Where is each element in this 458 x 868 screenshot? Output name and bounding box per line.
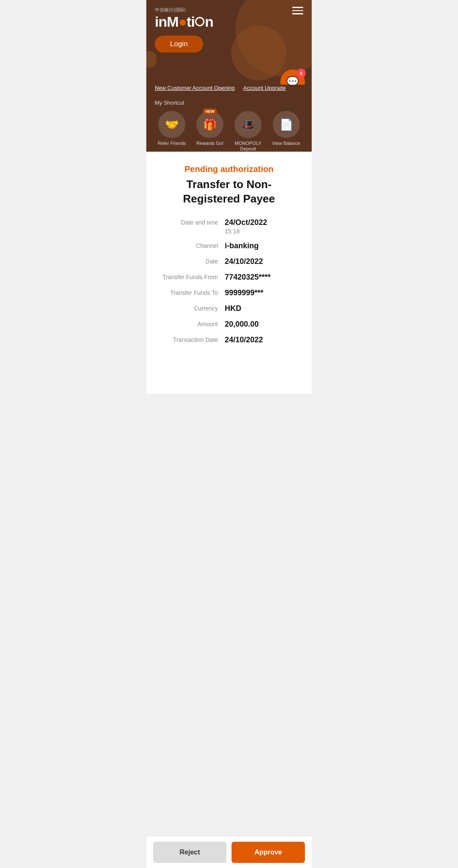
rewards-go-new-badge: NEW — [203, 108, 217, 114]
detail-label: Transfer Funds To — [159, 288, 225, 296]
detail-label: Amount — [159, 320, 225, 327]
detail-sub-value: 15:18 — [225, 228, 299, 235]
rewards-go-icon-circle: NEW 🎁 — [196, 111, 223, 138]
monopoly-icon-circle: 🎩 — [235, 111, 262, 138]
transfer-title: Transfer to Non-Registered Payee — [159, 177, 299, 206]
view-balance-label: View Balance — [272, 141, 300, 146]
chat-badge: 0 — [296, 69, 306, 78]
detail-value: i-banking — [225, 241, 299, 250]
brand-title: inM●tin — [155, 14, 303, 30]
detail-row: Date24/10/2022 — [159, 257, 299, 266]
detail-row: Transaction Date24/10/2022 — [159, 336, 299, 344]
detail-rows: Date and time24/Oct/202215:18Channeli-ba… — [159, 218, 299, 344]
shortcut-refer-friends[interactable]: 🤝 Refer Friends — [155, 111, 189, 152]
pending-label: Pending authorization — [159, 164, 299, 174]
shortcut-view-balance[interactable]: 📄 View Balance — [269, 111, 303, 152]
chat-icon: 💬 — [286, 76, 299, 85]
detail-label: Transfer Funds From — [159, 273, 225, 280]
detail-label: Channel — [159, 241, 225, 249]
detail-row: CurrencyHKD — [159, 304, 299, 313]
detail-label: Date — [159, 257, 225, 265]
brand-dot: ● — [179, 14, 187, 30]
shortcut-rewards-go[interactable]: NEW 🎁 Rewards Go! — [193, 111, 227, 152]
shortcut-section: My Shortcut 🤝 Refer Friends NEW 🎁 Reward… — [146, 98, 312, 152]
brand-circle-o — [195, 17, 204, 26]
detail-row: Transfer Funds From77420325**** — [159, 273, 299, 282]
shortcut-section-label: My Shortcut — [155, 100, 303, 106]
menu-button[interactable] — [292, 7, 303, 14]
brand-area: 中信银行(国际) inM●tin — [155, 7, 303, 30]
detail-label: Date and time — [159, 218, 225, 226]
login-button[interactable]: Login — [155, 36, 203, 53]
decorative-circle — [146, 51, 157, 68]
authorization-card: Pending authorization Transfer to Non-Re… — [146, 152, 312, 394]
detail-row: Channeli-banking — [159, 241, 299, 250]
monopoly-label: MONOPOLY Deposit — [231, 141, 265, 152]
detail-value: 9999999*** — [225, 288, 299, 297]
new-customer-link[interactable]: New Customer Account Opening — [155, 85, 235, 91]
shortcut-icons-row: 🤝 Refer Friends NEW 🎁 Rewards Go! 🎩 MONO… — [155, 111, 303, 152]
shortcut-monopoly[interactable]: 🎩 MONOPOLY Deposit — [231, 111, 265, 152]
detail-value: 24/10/2022 — [225, 336, 299, 344]
view-balance-icon-circle: 📄 — [273, 111, 300, 138]
nav-links: New Customer Account Opening Account Upg… — [146, 85, 312, 98]
refer-friends-icon-circle: 🤝 — [158, 111, 185, 138]
refer-friends-label: Refer Friends — [158, 141, 186, 146]
account-upgrade-link[interactable]: Account Upgrade — [243, 85, 286, 91]
detail-value: 77420325**** — [225, 273, 299, 282]
detail-value: 24/10/2022 — [225, 257, 299, 266]
detail-label: Currency — [159, 304, 225, 312]
detail-row: Date and time24/Oct/202215:18 — [159, 218, 299, 235]
chat-button[interactable]: 💬 0 — [280, 69, 305, 85]
detail-value: HKD — [225, 304, 299, 313]
rewards-go-label: Rewards Go! — [196, 141, 223, 146]
header-banner: 中信银行(国际) inM●tin Login 💬 0 — [146, 0, 312, 85]
detail-value: 20,000.00 — [225, 320, 299, 329]
detail-value: 24/Oct/202215:18 — [225, 218, 299, 235]
detail-row: Amount20,000.00 — [159, 320, 299, 329]
detail-row: Transfer Funds To9999999*** — [159, 288, 299, 297]
brand-subtitle: 中信银行(国际) — [155, 7, 303, 13]
detail-label: Transaction Date — [159, 336, 225, 343]
